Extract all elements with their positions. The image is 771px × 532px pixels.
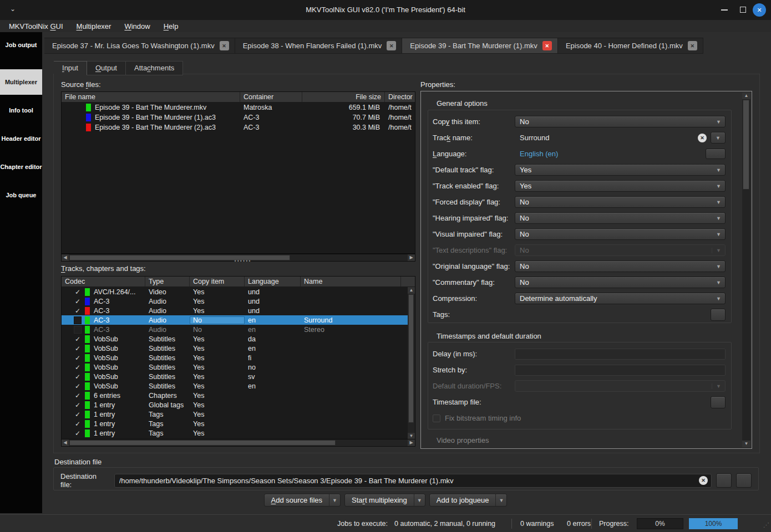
sub-tab[interactable]: Attachments <box>126 61 183 75</box>
track-row[interactable]: ✓1 entry Tags Yes <box>62 410 409 419</box>
source-file-row[interactable]: Episode 39 - Bart The Murderer (1).ac3 A… <box>62 112 415 122</box>
action-button[interactable]: Start multiplexing ▼ <box>344 494 425 507</box>
sidebar-item[interactable]: Job queue <box>0 182 42 208</box>
destination-options-button[interactable] <box>736 473 752 488</box>
flag-select[interactable]: No▼ <box>515 260 726 272</box>
track-row[interactable]: ✓1 entry Tags Yes <box>62 428 409 438</box>
properties-vscrollbar[interactable]: ▲ ▼ <box>742 93 750 447</box>
track-row[interactable]: ✓VobSub Subtitles Yes no <box>62 362 409 372</box>
track-row[interactable]: AC-3 Audio No en Surround <box>62 315 409 325</box>
sub-tab[interactable]: Input <box>54 61 87 75</box>
clear-icon[interactable]: ✕ <box>699 476 708 485</box>
track-checkbox[interactable]: ✓ <box>74 392 82 400</box>
track-checkbox[interactable]: ✓ <box>74 364 82 371</box>
column-name[interactable]: Name <box>301 277 401 287</box>
flag-select[interactable]: No▼ <box>515 228 726 240</box>
resize-grip[interactable]: ⋰ <box>763 521 769 529</box>
tab-close-icon[interactable]: ✕ <box>220 41 229 50</box>
action-button[interactable]: Add source files ▼ <box>264 494 341 507</box>
flag-select[interactable]: Yes▼ <box>515 180 726 192</box>
track-row[interactable]: ✓VobSub Subtitles Yes da <box>62 334 409 344</box>
track-checkbox[interactable]: ✓ <box>74 420 82 428</box>
track-checkbox[interactable]: ✓ <box>74 401 82 409</box>
sidebar-item[interactable]: Job output <box>0 32 42 58</box>
scroll-left-icon[interactable]: ◀ <box>62 439 69 446</box>
tags-browse-button[interactable] <box>711 309 726 321</box>
menu-item[interactable]: Help <box>157 22 185 30</box>
track-checkbox[interactable]: ✓ <box>74 354 82 362</box>
source-file-row[interactable]: Episode 39 - Bart The Murderer.mkv Matro… <box>62 103 415 112</box>
track-row[interactable]: ✓6 entries Chapters Yes <box>62 391 409 400</box>
track-checkbox[interactable] <box>74 326 82 334</box>
column-language[interactable]: Language <box>245 277 301 287</box>
flag-select[interactable]: No▼ <box>515 277 726 288</box>
sidebar-item[interactable]: Chapter editor <box>0 154 42 180</box>
language-value-link[interactable]: English (en) <box>515 150 706 158</box>
track-name-dropdown-button[interactable]: ▼ <box>711 132 726 144</box>
language-edit-button[interactable] <box>706 149 726 159</box>
track-row[interactable]: AC-3 Audio No en Stereo <box>62 325 409 334</box>
scroll-up-icon[interactable]: ▲ <box>408 287 415 294</box>
flag-select[interactable]: No▼ <box>515 196 726 208</box>
track-row[interactable]: ✓AC-3 Audio Yes und <box>62 296 409 306</box>
column-codec[interactable]: Codec <box>62 277 145 287</box>
tab-close-icon[interactable]: ✕ <box>387 41 396 50</box>
chevron-down-icon[interactable]: ▼ <box>329 494 340 506</box>
destination-file-input[interactable]: /home/thunderb/Videoklip/The Simpsons/Se… <box>114 474 712 488</box>
tracks-hscrollbar[interactable]: ◀ ▶ <box>61 439 415 447</box>
tab-close-icon[interactable]: ✕ <box>688 41 697 50</box>
column-directory[interactable]: Director <box>385 92 415 102</box>
track-checkbox[interactable]: ✓ <box>74 298 82 305</box>
stretch-input[interactable] <box>515 365 726 376</box>
file-tab[interactable]: Episode 37 - Mr. Lisa Goes To Washington… <box>44 38 235 54</box>
track-row[interactable]: ✓AC-3 Audio Yes und <box>62 306 409 315</box>
track-checkbox[interactable]: ✓ <box>74 288 82 296</box>
track-checkbox[interactable]: ✓ <box>74 429 82 437</box>
file-tab[interactable]: Episode 40 - Homer Defined (1).mkv ✕ <box>558 38 703 54</box>
flag-select[interactable]: Yes▼ <box>515 164 726 176</box>
flag-select[interactable]: No▼ <box>515 212 726 224</box>
maximize-button[interactable] <box>740 7 746 13</box>
scroll-up-icon[interactable]: ▲ <box>742 93 750 99</box>
compression-select[interactable]: Determine automatically▼ <box>515 293 726 304</box>
track-checkbox[interactable] <box>74 316 82 324</box>
flag-select[interactable]: No▼ <box>515 244 726 256</box>
chevron-down-icon[interactable]: ▼ <box>496 494 506 506</box>
file-tab[interactable]: Episode 38 - When Flanders Failed (1).mk… <box>235 38 403 54</box>
column-type[interactable]: Type <box>145 277 190 287</box>
tab-close-icon[interactable]: ✕ <box>542 41 552 50</box>
track-name-input[interactable]: Surround <box>515 134 698 142</box>
track-row[interactable]: ✓AVC/H.264/... Video Yes und <box>62 287 409 296</box>
track-row[interactable]: ✓VobSub Subtitles Yes en <box>62 381 409 391</box>
splitter-handle[interactable]: •••••• <box>226 258 260 264</box>
scrollbar-thumb[interactable] <box>69 440 336 446</box>
chevron-down-icon[interactable]: ▼ <box>414 494 425 506</box>
timestamp-file-browse-button[interactable] <box>711 396 726 408</box>
column-copy-item[interactable]: Copy item <box>190 277 245 287</box>
tracks-vscrollbar[interactable]: ▲ ▼ <box>408 287 415 439</box>
sub-tab[interactable]: Output <box>87 61 126 75</box>
track-checkbox[interactable]: ✓ <box>74 307 82 315</box>
action-button[interactable]: Add to job queue ▼ <box>429 494 508 507</box>
menu-item[interactable]: MKVToolNix GUI <box>2 22 70 30</box>
track-checkbox[interactable]: ✓ <box>74 411 82 418</box>
scroll-right-icon[interactable]: ▶ <box>408 254 415 261</box>
scrollbar-thumb[interactable] <box>743 100 749 190</box>
track-checkbox[interactable]: ✓ <box>74 335 82 343</box>
scroll-right-icon[interactable]: ▶ <box>408 439 415 446</box>
fix-bitstream-checkbox[interactable] <box>433 415 440 422</box>
track-row[interactable]: ✓VobSub Subtitles Yes fi <box>62 353 409 362</box>
column-container[interactable]: Container <box>240 92 302 102</box>
scroll-down-icon[interactable]: ▼ <box>742 441 750 447</box>
menu-item[interactable]: Window <box>118 22 156 30</box>
close-button[interactable]: ✕ <box>753 3 766 17</box>
column-file-size[interactable]: File size <box>302 92 385 102</box>
track-row[interactable]: ✓1 entry Global tags Yes <box>62 400 409 410</box>
column-file-name[interactable]: File name <box>62 92 240 102</box>
copy-this-item-select[interactable]: No▼ <box>515 116 726 127</box>
track-row[interactable]: ✓VobSub Subtitles Yes sv <box>62 372 409 381</box>
sidebar-item[interactable]: Info tool <box>0 98 42 123</box>
clear-icon[interactable]: ✕ <box>698 134 707 142</box>
track-checkbox[interactable]: ✓ <box>74 373 82 381</box>
file-tab[interactable]: Episode 39 - Bart The Murderer (1).mkv ✕ <box>402 38 558 54</box>
